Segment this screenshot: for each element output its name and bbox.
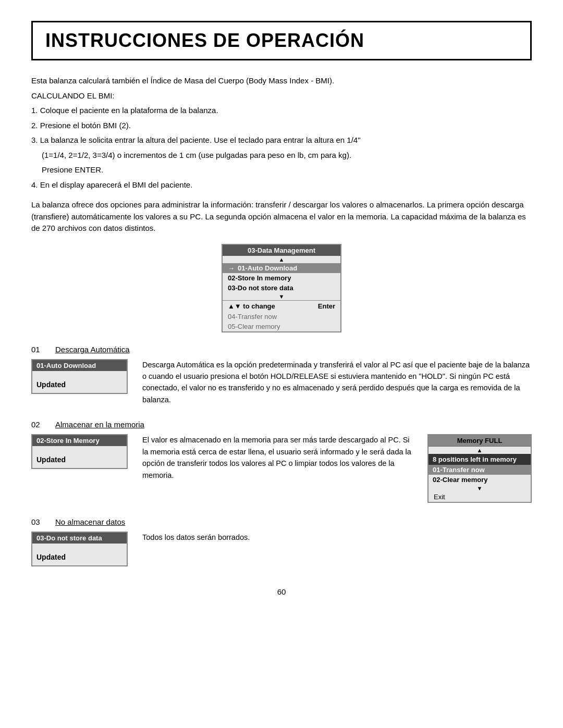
center-screen-row1: 01-Auto Download [238, 264, 297, 272]
section-03-header: 03 No almacenar datos [31, 517, 532, 526]
section-02-screen: 02-Store In Memory Updated [31, 434, 128, 469]
section-02-description: El valor es almacenado en la memoria par… [142, 434, 416, 481]
section-01-screen-header: 01-Auto Download [32, 360, 127, 371]
page-title: INSTRUCCIONES DE OPERACIÓN [45, 30, 518, 52]
center-screen-row4: 04-Transfer now [223, 312, 340, 322]
center-triangle-up: ▲ [223, 256, 340, 263]
intro-step4: 4. En el display aparecerá el BMI del pa… [31, 179, 532, 191]
intro-step1: 1. Coloque el paciente en la plataforma … [31, 105, 532, 117]
section-03-num: 03 [31, 517, 47, 526]
section-01-screen-body: Updated [32, 371, 127, 393]
memory-full-header: Memory FULL [429, 435, 531, 447]
center-footer-right: Enter [318, 302, 335, 310]
section-03-description: Todos los datos serán borrados. [142, 532, 532, 543]
section-03-screen-body: Updated [32, 544, 127, 565]
center-screen-row3: 03-Do not store data [223, 283, 340, 293]
section-01-num: 01 [31, 345, 47, 354]
section-01: 01 Descarga Automática 01-Auto Download … [31, 345, 532, 406]
intro-step3c: Presione ENTER. [31, 164, 532, 176]
center-diagram: 03-Data Management ▲ → 01-Auto Download … [31, 244, 532, 332]
section-01-description: Descarga Automática es la opción predete… [142, 359, 532, 406]
section-01-header: 01 Descarga Automática [31, 345, 532, 354]
intro-p2: CALCULANDO EL BMI: [31, 90, 532, 102]
memory-exit: Exit [429, 492, 531, 502]
intro-p3: La balanza ofrece dos opciones para admi… [31, 199, 532, 235]
center-screen-header: 03-Data Management [223, 245, 340, 256]
section-02-title: Almacenar en la memoria [55, 420, 144, 429]
section-03-screen-header: 03-Do not store data [32, 533, 127, 544]
section-02-content: 02-Store In Memory Updated El valor es a… [31, 434, 532, 503]
center-screen-row5: 05-Clear memory [223, 322, 340, 331]
memory-clear: 02-Clear memory [429, 475, 531, 485]
page-number: 60 [31, 587, 532, 596]
memory-triangle-down: ▼ [429, 485, 531, 492]
intro-p3-block: La balanza ofrece dos opciones para admi… [31, 199, 532, 235]
section-02-screen-body: Updated [32, 446, 127, 468]
center-screen-arrow: → [228, 264, 235, 272]
center-screen-row2: 02-Store In memory [223, 273, 340, 283]
section-03-screen: 03-Do not store data Updated [31, 532, 128, 566]
center-triangle-down: ▼ [223, 293, 340, 300]
memory-full-screen: Memory FULL ▲ 8 positions left in memory… [427, 434, 532, 503]
intro-step3b: (1=1/4, 2=1/2, 3=3/4) o incrementos de 1… [31, 150, 532, 162]
intro-section: Esta balanza calculará también el Índice… [31, 75, 532, 191]
center-screen-footer: ▲▼ to change Enter [223, 300, 340, 312]
page-title-box: INSTRUCCIONES DE OPERACIÓN [31, 21, 532, 60]
center-screen: 03-Data Management ▲ → 01-Auto Download … [222, 244, 341, 332]
section-01-screen: 01-Auto Download Updated [31, 359, 128, 394]
memory-positions: 8 positions left in memory [429, 454, 531, 465]
section-02-header: 02 Almacenar en la memoria [31, 420, 532, 429]
memory-triangle-up: ▲ [429, 447, 531, 454]
intro-step3a: 3. La balanza le solicita entrar la altu… [31, 134, 532, 146]
section-02-screen-header: 02-Store In Memory [32, 435, 127, 446]
section-01-content: 01-Auto Download Updated Descarga Automá… [31, 359, 532, 406]
section-03-title: No almacenar datos [55, 517, 125, 526]
center-footer-left: ▲▼ to change [228, 302, 275, 310]
intro-step2: 2. Presione el botón BMI (2). [31, 120, 532, 132]
intro-p1: Esta balanza calculará también el Índice… [31, 75, 532, 87]
section-02-text-area: El valor es almacenado en la memoria par… [142, 434, 532, 503]
center-screen-row-selected: → 01-Auto Download [223, 263, 340, 273]
section-01-title: Descarga Automática [55, 345, 130, 354]
memory-transfer: 01-Transfer now [429, 465, 531, 475]
section-03: 03 No almacenar datos 03-Do not store da… [31, 517, 532, 566]
section-03-content: 03-Do not store data Updated Todos los d… [31, 532, 532, 566]
section-02-num: 02 [31, 420, 47, 429]
section-02: 02 Almacenar en la memoria 02-Store In M… [31, 420, 532, 503]
